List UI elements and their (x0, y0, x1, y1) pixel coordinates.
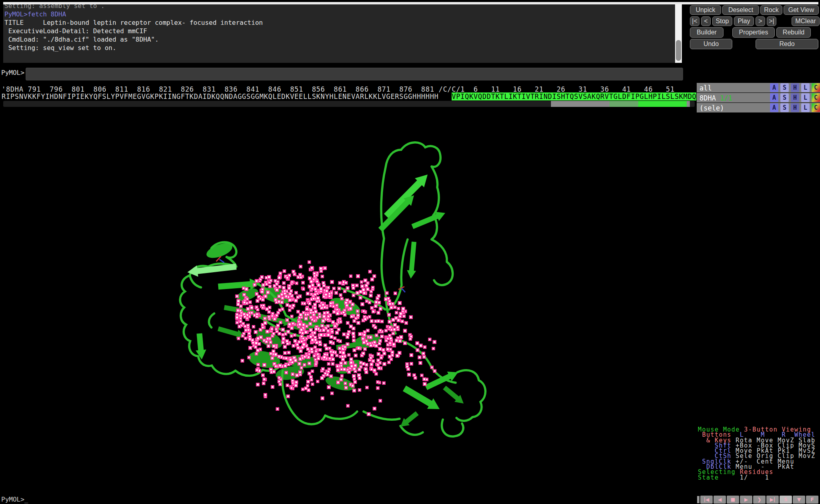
water-dot (330, 341, 332, 343)
top-scrollbar-strip[interactable] (3, 2, 818, 4)
water-dot (327, 286, 330, 289)
vcr-button-0[interactable]: |◀ (700, 496, 713, 504)
object-action-H[interactable]: H (791, 93, 799, 102)
sequence-selected[interactable]: VPIQKVQDDTKTLIKTIVTRINDISHTQSVSAKQRVTGLD… (452, 92, 696, 100)
water-dot (249, 346, 252, 349)
water-dot (278, 377, 280, 379)
vcr-button-3[interactable]: ▶ (740, 496, 752, 504)
toolbar-button--[interactable]: < (701, 16, 711, 26)
water-dot (290, 387, 293, 389)
water-dot (256, 315, 258, 318)
water-dot (358, 389, 361, 391)
vcr-button-8[interactable]: F (806, 496, 818, 504)
object-action-C[interactable]: C (812, 93, 820, 102)
vcr-button-5[interactable]: ▶| (766, 496, 779, 504)
object-action-H[interactable]: H (791, 83, 799, 92)
water-dot (379, 339, 381, 342)
console-scrollbar-thumb[interactable] (676, 40, 681, 61)
vcr-button-2[interactable]: ■ (727, 496, 739, 504)
sequence-scrollbar-thumb[interactable] (551, 101, 609, 107)
water-dot (253, 283, 256, 286)
water-dot (303, 302, 306, 305)
water-dot (293, 334, 296, 336)
water-dot (308, 389, 310, 392)
water-dot (331, 353, 334, 356)
object-row-all[interactable]: allASHLC (697, 83, 820, 92)
vcr-button-6[interactable]: S (780, 496, 792, 504)
vcr-button-4[interactable]: ❯ (753, 496, 766, 504)
toolbar-button--[interactable]: > (756, 16, 765, 26)
object-action-A[interactable]: A (770, 93, 778, 102)
toolbar-button-redo[interactable]: Redo (756, 39, 818, 49)
water-dot (269, 285, 271, 287)
sequence-scrollbar[interactable] (3, 101, 695, 107)
water-dot (419, 344, 422, 347)
object-action-S[interactable]: S (780, 83, 789, 92)
toolbar-button-deselect[interactable]: Deselect (722, 5, 759, 15)
toolbar-button-play[interactable]: Play (734, 16, 754, 26)
sequence-plain[interactable]: RIPSNVKKFYIHDNFIPIEKYQFSLYPVFMEGVGKPKIIN… (2, 92, 452, 100)
water-dot (343, 333, 346, 336)
toolbar-button-builder[interactable]: Builder (690, 27, 724, 38)
toolbar-button-stop[interactable]: Stop (712, 16, 732, 26)
water-dot (278, 355, 281, 358)
object-action-L[interactable]: L (801, 83, 810, 92)
toolbar-button-rock[interactable]: Rock (760, 5, 782, 15)
water-dot (273, 370, 275, 373)
console-scrollbar[interactable] (675, 4, 682, 63)
water-dot (356, 284, 358, 287)
water-dot (334, 337, 336, 339)
sequence-scrollbar-thumb[interactable] (638, 101, 687, 107)
object-action-L[interactable]: L (801, 93, 810, 102)
command-input[interactable] (26, 68, 683, 80)
water-dot (301, 388, 304, 391)
water-dot (356, 291, 359, 294)
water-dot (373, 369, 376, 372)
water-dot (277, 311, 279, 314)
water-dot (245, 288, 248, 291)
toolbar-button-get-view[interactable]: Get View (784, 5, 819, 15)
toolbar-button-undo[interactable]: Undo (690, 39, 732, 49)
object-action-S[interactable]: S (780, 103, 789, 112)
object-action-C[interactable]: C (812, 83, 820, 92)
object-action-A[interactable]: A (770, 103, 778, 112)
toolbar-button-mclear[interactable]: MClear (792, 16, 820, 26)
object-action-S[interactable]: S (780, 93, 789, 102)
water-dot (322, 303, 325, 306)
object-action-L[interactable]: L (801, 103, 810, 112)
ribbon-strand (425, 371, 458, 390)
toolbar-button-unpick[interactable]: Unpick (690, 5, 721, 15)
object-row-8DHA[interactable]: 8DHA 1/1ASHLC (697, 93, 820, 102)
object-action-C[interactable]: C (812, 103, 820, 112)
water-dot (283, 290, 286, 292)
water-dot (372, 310, 375, 313)
water-dot (332, 358, 334, 361)
water-dot (390, 358, 392, 360)
water-dot (352, 287, 355, 289)
water-dot (314, 288, 317, 291)
sequence-scrollbar-thumb[interactable] (687, 101, 690, 107)
console-line: Setting: seq_view set to on. (4, 44, 116, 52)
water-dot (265, 308, 268, 311)
water-dot (402, 307, 404, 310)
object-action-A[interactable]: A (770, 83, 778, 92)
toolbar-button--[interactable]: |< (690, 16, 699, 26)
sequence-view[interactable]: RIPSNVKKFYIHDNFIPIEKYQFSLYPVFMEGVGKPKIIN… (2, 93, 696, 100)
toolbar-button-properties[interactable]: Properties (732, 27, 775, 38)
water-dot (328, 347, 331, 349)
water-dot (256, 299, 259, 302)
sequence-scrollbar-thumb[interactable] (609, 101, 638, 107)
vcr-button-7[interactable]: ▼ (793, 496, 805, 504)
toolbar-button-rebuild[interactable]: Rebuild (776, 27, 811, 38)
viewport-3d[interactable] (0, 107, 697, 495)
toolbar-button--[interactable]: >| (767, 16, 776, 26)
water-dot (326, 311, 329, 314)
water-dot (284, 365, 287, 367)
object-row-sele[interactable]: (sele)ASHLC (697, 103, 820, 112)
water-dot (331, 330, 333, 333)
water-dot (289, 309, 291, 311)
water-dot (313, 272, 316, 275)
object-action-H[interactable]: H (791, 103, 799, 112)
vcr-button-1[interactable]: ◀ (713, 496, 726, 504)
water-dot (272, 345, 275, 347)
